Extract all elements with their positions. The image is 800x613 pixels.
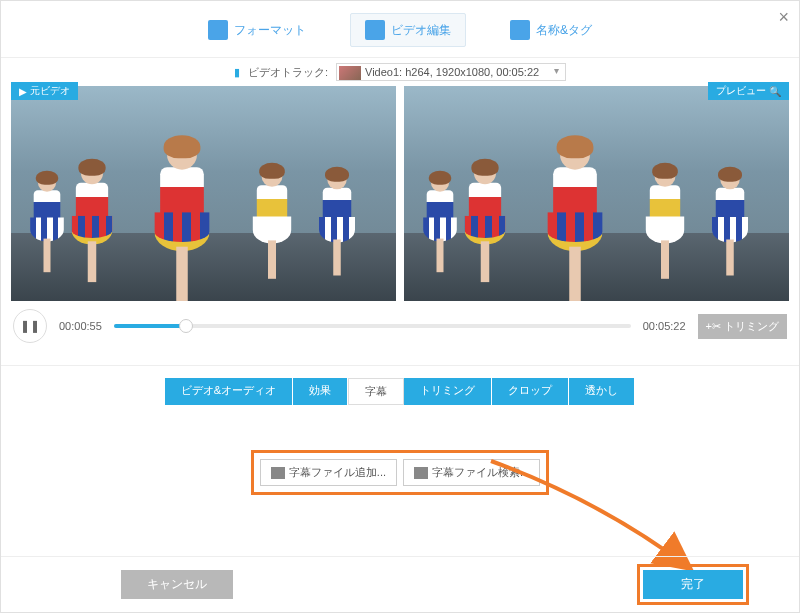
subtitle-buttons-highlight: 字幕ファイル追加... 字幕ファイル検索...	[251, 450, 549, 495]
tab-format-label: フォーマット	[234, 22, 306, 39]
done-button-highlight: 完了	[637, 564, 749, 605]
track-label: ビデオトラック:	[248, 65, 328, 80]
track-row: ▮ ビデオトラック: Video1: h264, 1920x1080, 00:0…	[1, 58, 799, 86]
current-time: 00:00:55	[59, 320, 102, 332]
edit-tab-0[interactable]: ビデオ&オーディオ	[165, 378, 293, 405]
tab-video-edit-label: ビデオ編集	[391, 22, 451, 39]
seek-bar[interactable]	[114, 324, 631, 328]
preview-row: ▶ 元ビデオ プレビュー 🔍	[1, 86, 799, 301]
trim-button[interactable]: +✂トリミング	[698, 314, 787, 339]
tab-format[interactable]: フォーマット	[194, 13, 320, 47]
video-edit-icon	[365, 20, 385, 40]
edit-tab-1[interactable]: 効果	[293, 378, 348, 405]
add-subtitle-button[interactable]: 字幕ファイル追加...	[260, 459, 397, 486]
edit-tab-4[interactable]: クロップ	[492, 378, 569, 405]
preview-badge: プレビュー 🔍	[708, 82, 789, 100]
file-search-icon	[414, 467, 428, 479]
search-subtitle-button[interactable]: 字幕ファイル検索...	[403, 459, 540, 486]
track-selected: Video1: h264, 1920x1080, 00:05:22	[365, 66, 539, 78]
edit-tab-2[interactable]: 字幕	[348, 378, 404, 405]
total-time: 00:05:22	[643, 320, 686, 332]
edit-tabs: ビデオ&オーディオ効果字幕トリミングクロップ透かし	[1, 365, 799, 405]
done-button[interactable]: 完了	[643, 570, 743, 599]
top-tabs: フォーマット ビデオ編集 名称&タグ	[1, 1, 799, 58]
file-add-icon	[271, 467, 285, 479]
seek-thumb[interactable]	[179, 319, 193, 333]
tag-icon	[510, 20, 530, 40]
preview-video-pane[interactable]	[404, 86, 789, 301]
tab-name-tag-label: 名称&タグ	[536, 22, 592, 39]
tab-video-edit[interactable]: ビデオ編集	[350, 13, 466, 47]
play-pause-button[interactable]: ❚❚	[13, 309, 47, 343]
playback-controls: ❚❚ 00:00:55 00:05:22 +✂トリミング	[1, 301, 799, 351]
source-video-pane[interactable]	[11, 86, 396, 301]
format-icon	[208, 20, 228, 40]
edit-tab-5[interactable]: 透かし	[569, 378, 635, 405]
edit-tab-3[interactable]: トリミング	[404, 378, 492, 405]
footer: キャンセル 完了	[1, 556, 799, 612]
cancel-button[interactable]: キャンセル	[121, 570, 233, 599]
subtitle-panel: 字幕ファイル追加... 字幕ファイル検索...	[1, 405, 799, 540]
track-select[interactable]: Video1: h264, 1920x1080, 00:05:22	[336, 63, 566, 81]
close-button[interactable]: ×	[778, 7, 789, 28]
scissors-icon: +✂	[706, 320, 721, 333]
source-badge: ▶ 元ビデオ	[11, 82, 78, 100]
tab-name-tag[interactable]: 名称&タグ	[496, 13, 606, 47]
